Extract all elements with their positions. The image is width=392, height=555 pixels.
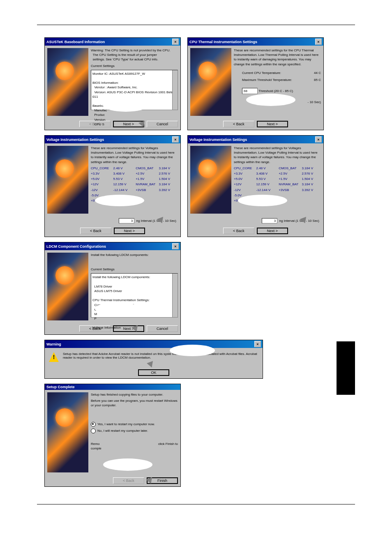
cell: CPU_CORE [91, 166, 110, 170]
wizard-image [190, 146, 231, 214]
cancel-button[interactable]: Cancel [147, 121, 178, 127]
current-settings-label: Current Settings [91, 64, 178, 68]
cell: 1.504 V [159, 177, 178, 181]
cell: +2.5V [279, 171, 298, 176]
cell: -12.144 V [113, 188, 133, 192]
heading-text: Install the following LDCM components: [91, 253, 178, 257]
threshold-input[interactable]: 68 [242, 88, 258, 94]
cpu-thermal-dialog: CPU Thermal Instrumentation Settings × T… [187, 37, 324, 130]
cell: +12V [234, 182, 253, 187]
poll-input[interactable]: 3 [119, 218, 134, 223]
close-icon[interactable]: × [172, 243, 179, 249]
voltage-dialog-1: Voltage Instrumentation Settings × These… [44, 135, 181, 237]
cell: +12V [91, 182, 110, 187]
cell: 3.408 V [113, 171, 133, 176]
wizard-image [47, 48, 88, 116]
cell: 3.408 V [256, 171, 276, 176]
line3a: Remo [91, 442, 99, 446]
line3b: click Finish to [158, 442, 178, 446]
back-button: < Back [113, 477, 144, 484]
radio-no[interactable] [91, 428, 96, 433]
cell: +3VSB [279, 188, 298, 192]
close-icon[interactable]: × [315, 39, 322, 45]
cell: 3.184 V [302, 166, 321, 170]
cell: 5.53 V [256, 177, 276, 181]
cell: 3.184 V [302, 182, 321, 187]
cell: +3.3V [234, 171, 253, 176]
cell: -12.144 V [256, 188, 276, 192]
cancel-button[interactable]: Cancel [147, 325, 178, 332]
line1: Setup has finished copying files to your… [91, 392, 178, 397]
wizard-image [47, 146, 88, 214]
scrollbar[interactable] [172, 274, 178, 317]
title-text: Voltage Instrumentation Settings [189, 138, 247, 142]
title-text: Warning [46, 342, 61, 346]
cell: CPU_CORE [234, 166, 253, 170]
back-button[interactable]: < Back [223, 121, 254, 127]
warning-text: Setup has detected that Adobe Acrobat re… [63, 352, 258, 359]
cell: +1.5V [279, 177, 298, 181]
cell: -12V [234, 188, 253, 192]
cell: +1.5V [136, 177, 155, 181]
titlebar: Voltage Instrumentation Settings × [188, 136, 323, 143]
cell: NVRAM_BAT [279, 182, 298, 187]
close-icon[interactable]: × [172, 136, 179, 143]
wizard-image [47, 392, 88, 472]
line4: comple [91, 446, 178, 451]
opt2-label: No, I will restart my computer later. [97, 429, 148, 433]
next-button[interactable]: Next > [257, 121, 288, 127]
title-text: Setup Complete [46, 385, 75, 389]
threshold-label: Threshold [258, 89, 273, 93]
intro-text: These are recommended settings for the C… [234, 48, 321, 67]
close-icon[interactable]: × [315, 136, 322, 143]
setup-complete-dialog: Setup Complete Setup has finished copyin… [44, 384, 181, 487]
cell: 1.504 V [302, 177, 321, 181]
cell: 2.48 V [256, 166, 276, 170]
back-button[interactable]: < Back [80, 228, 111, 234]
cell: CMOS_BAT [279, 166, 298, 170]
threshold-range: (20 C - 85 C) [274, 89, 293, 93]
ldcm-config-dialog: LDCM Component Configurations × Install … [44, 242, 181, 335]
cell: 3.184 V [159, 166, 178, 170]
intro-text: These are recommended settings for Volta… [234, 146, 321, 164]
back-button[interactable]: < Back [223, 228, 254, 234]
line2: Before you can use the program, you must… [91, 398, 178, 408]
cell: +3.3V [91, 171, 110, 176]
titlebar: Warning × [45, 340, 263, 348]
radio-yes[interactable] [91, 422, 96, 427]
cell: +5.0V [91, 177, 110, 181]
max-temp-label: Maximum Threshold Temperature: [242, 78, 292, 82]
titlebar: LDCM Component Configurations × [45, 242, 180, 250]
cell: 12.159 V [113, 182, 133, 187]
title-text: LDCM Component Configurations [46, 244, 106, 249]
close-icon[interactable]: × [172, 39, 179, 45]
intro-text: These are recommended settings for Volta… [91, 146, 178, 164]
next-button[interactable]: Next > [114, 228, 145, 234]
titlebar: CPU Thermal Instrumentation Settings × [188, 38, 323, 46]
poll-input[interactable]: 3 [262, 218, 277, 223]
cell: 2.576 V [302, 171, 321, 176]
close-icon[interactable]: × [254, 341, 261, 347]
scrollbar[interactable] [172, 70, 178, 110]
cell: 2.48 V [113, 166, 133, 170]
poll-suffix: - 10 Sec) [308, 100, 321, 104]
current-settings-label: Current Settings [91, 267, 178, 272]
opt1-label: Yes, I want to restart my computer now. [97, 422, 155, 426]
wizard-image [190, 48, 231, 116]
warning-text: Warning: The CPU Setting is not provided… [91, 48, 178, 62]
titlebar: ASUSTeK Baseboard Information × [45, 38, 180, 46]
poll-label: ng Interval (1 Sec - 10 Sec) [279, 219, 319, 223]
cell: -12V [91, 188, 110, 192]
cell: 2.576 V [159, 171, 178, 176]
title-text: Voltage Instrumentation Settings [46, 138, 104, 142]
ok-button[interactable]: OK [138, 369, 169, 376]
titlebar: Setup Complete [45, 384, 180, 390]
poll-label: ng Interval (1 Sec - 10 Sec) [136, 219, 176, 223]
cell: 3.392 V [159, 188, 178, 192]
cell: +3VSB [136, 188, 155, 192]
title-text: CPU Thermal Instrumentation Settings [189, 40, 257, 44]
cell: CMOS_BAT [136, 166, 155, 170]
titlebar: Voltage Instrumentation Settings × [45, 136, 180, 143]
cell: 3.392 V [302, 188, 321, 192]
next-button[interactable]: Next > [257, 228, 288, 234]
